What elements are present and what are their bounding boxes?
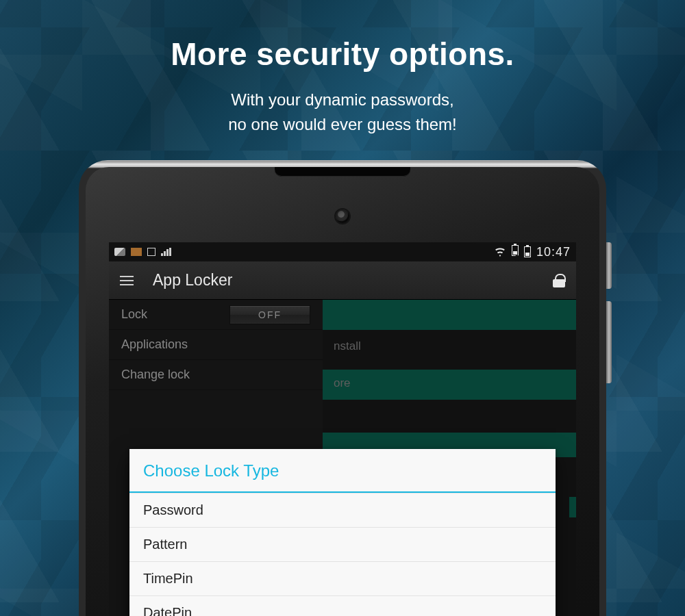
tablet-volume-button: [606, 301, 612, 383]
lock-toggle-off[interactable]: OFF: [229, 305, 310, 324]
lock-type-option-pattern[interactable]: Pattern: [129, 527, 556, 561]
list-row-highlight: [323, 300, 576, 330]
download-icon: [147, 248, 155, 256]
hero-title: More security options.: [0, 36, 685, 73]
tablet-mockup: 10:47 App Locker Lock OFF A: [79, 160, 606, 616]
tablet-notch: [275, 167, 410, 177]
sidebar-item-applications[interactable]: Applications: [109, 330, 323, 360]
wifi-icon: [494, 247, 506, 257]
app-icon: [131, 248, 142, 256]
sidebar-item-label: Change lock: [121, 368, 190, 382]
hero-line-2: no one would ever guess them!: [228, 115, 457, 133]
status-bar: 10:47: [109, 242, 576, 261]
lock-type-option-datepin[interactable]: DatePin: [129, 595, 556, 616]
device-screen: 10:47 App Locker Lock OFF A: [109, 242, 576, 616]
bg-label-store: ore: [334, 376, 351, 390]
battery-icon: [524, 246, 531, 257]
dialog-title: Choose Lock Type: [129, 449, 556, 491]
sidebar-item-label: Applications: [121, 337, 188, 352]
barcode-icon: [161, 248, 172, 256]
tablet-front-camera: [336, 209, 349, 223]
sidebar-item-change-lock[interactable]: Change lock: [109, 360, 323, 390]
bg-label-install: nstall: [334, 339, 361, 353]
hero-subtitle: With your dynamic passwords, no one woul…: [0, 88, 685, 137]
lock-type-option-timepin[interactable]: TimePin: [129, 561, 556, 595]
hero-line-1: With your dynamic passwords,: [231, 90, 453, 109]
hamburger-menu-icon[interactable]: [120, 276, 134, 285]
list-row-highlight: [323, 370, 576, 400]
status-time: 10:47: [536, 245, 571, 259]
sidebar-item-label: Lock: [121, 307, 147, 322]
action-bar: App Locker: [109, 261, 576, 300]
choose-lock-type-dialog: Choose Lock Type Password Pattern TimePi…: [129, 449, 556, 616]
lock-type-option-password[interactable]: Password: [129, 493, 556, 527]
tablet-power-button: [606, 242, 612, 289]
gallery-icon: [114, 248, 125, 256]
sidebar-item-lock[interactable]: Lock OFF: [109, 300, 323, 330]
lock-icon[interactable]: [553, 274, 565, 287]
list-row-highlight: [569, 497, 576, 517]
battery-warning-icon: [512, 245, 519, 259]
app-title: App Locker: [153, 271, 232, 290]
